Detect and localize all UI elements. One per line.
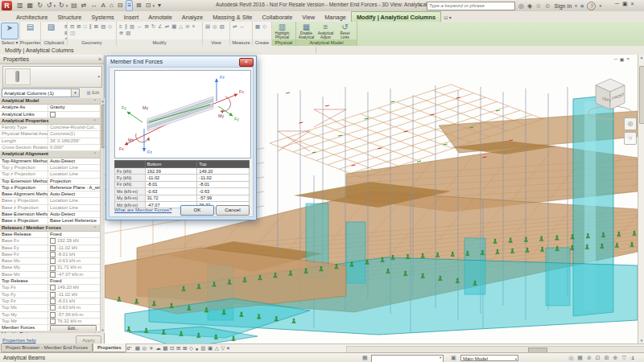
switch-windows-dropdown-icon[interactable]: ▾: [153, 3, 155, 8]
panel-label[interactable]: View: [203, 39, 229, 46]
properties-palette-header[interactable]: Properties ×: [0, 55, 104, 64]
checkbox[interactable]: [50, 319, 56, 324]
force-top-value[interactable]: 149.20: [197, 168, 250, 175]
property-row[interactable]: Top ReleaseFixed: [0, 278, 100, 285]
palette-tab-properties[interactable]: Properties: [93, 343, 126, 352]
property-value[interactable]: 192.39 kN: [48, 238, 100, 244]
what-are-member-forces-link[interactable]: What are Member Forces?: [114, 208, 171, 212]
visual-style-icon[interactable]: ◎: [142, 345, 147, 352]
mirror-icon[interactable]: ▥: [130, 23, 134, 29]
rendering-dialog-icon[interactable]: ▩: [163, 345, 167, 352]
trim-extend-icon[interactable]: ∠: [158, 23, 163, 29]
force-bottom-value[interactable]: -11.02: [145, 175, 197, 181]
property-value[interactable]: Concrete-Round-Col...: [48, 125, 100, 130]
property-row[interactable]: Base Extension MethodAuto-Detect: [0, 212, 100, 218]
type-selector-dropdown[interactable]: Analytical Columns (1) ▾: [2, 88, 80, 97]
panel-label[interactable]: Properties: [20, 39, 40, 46]
force-top-value[interactable]: -57.99: [197, 195, 250, 201]
force-bottom-value[interactable]: -0.63: [145, 188, 197, 195]
section-icon[interactable]: ⊟: [117, 1, 124, 10]
property-row[interactable]: Base ReleaseFixed: [0, 232, 100, 238]
palette-tab-project-browser-member-end-forces[interactable]: Project Browser - Member End Forces: [1, 343, 93, 352]
property-value[interactable]: Edit...: [48, 325, 100, 331]
crop-view-icon[interactable]: ⊡: [170, 345, 175, 352]
property-value[interactable]: -8.01 kN: [48, 252, 100, 257]
panel-label[interactable]: Clipboard: [41, 39, 67, 46]
lock-3d-view-icon[interactable]: ⊠: [183, 345, 188, 352]
property-value[interactable]: Location Line: [48, 171, 100, 177]
property-row[interactable]: Analyze AsGravity: [0, 105, 100, 111]
tab-annotate[interactable]: Annotate: [143, 12, 177, 22]
move-icon[interactable]: ↔: [137, 23, 142, 29]
property-value[interactable]: Location Line: [48, 165, 100, 171]
property-row[interactable]: Member ForcesEdit...: [0, 325, 100, 331]
section-header[interactable]: Releases / Member Forces⌃: [0, 225, 100, 232]
infocenter-chevron-icon[interactable]: ▸: [419, 2, 422, 7]
temporary-view-properties-icon[interactable]: ▣: [208, 345, 213, 352]
property-row[interactable]: Family TypeConcrete-Round-Col...: [0, 125, 100, 131]
properties-button[interactable]: ▤: [21, 23, 39, 39]
section-header[interactable]: Analytical Properties⌃: [0, 118, 100, 125]
ribbon-display-toggle-icon[interactable]: ⊡ ▾: [444, 14, 452, 22]
undo-icon[interactable]: ↺: [46, 1, 53, 10]
checkbox[interactable]: [50, 292, 56, 298]
checkbox[interactable]: [50, 265, 56, 271]
steering-wheel-icon[interactable]: ◎: [624, 117, 637, 130]
property-row[interactable]: Base Fx192.39 kN: [0, 238, 100, 245]
collapse-icon[interactable]: ⌃: [93, 118, 100, 124]
section-header[interactable]: Identity Data⌃: [0, 331, 100, 333]
favorites-icon[interactable]: ☆: [535, 2, 541, 10]
collapse-icon[interactable]: ⌃: [93, 151, 100, 157]
modify-tool-button[interactable]: ➤: [1, 23, 19, 39]
force-top-value[interactable]: -8.01: [197, 181, 250, 187]
split-face-icon[interactable]: ◫: [70, 30, 75, 35]
property-value[interactable]: -47.07 kN-m: [48, 272, 100, 278]
property-value[interactable]: Projection: [48, 179, 100, 184]
force-top-value[interactable]: -11.02: [197, 175, 250, 181]
property-value[interactable]: 36' 0 186/256": [48, 138, 100, 144]
detail-level-icon[interactable]: ▦: [135, 345, 140, 352]
property-row[interactable]: Length36' 0 186/256": [0, 138, 100, 145]
array-icon[interactable]: ▦: [171, 23, 176, 29]
reset-links-button[interactable]: ↺ResetLinks: [336, 23, 354, 39]
checkbox[interactable]: [50, 245, 56, 251]
tab-architecture[interactable]: Architecture: [11, 12, 52, 22]
property-value[interactable]: Auto-Detect: [48, 212, 100, 217]
sign-in-icon[interactable]: ☺: [544, 2, 551, 10]
filter-icon[interactable]: ▽: [621, 355, 625, 361]
search-icon[interactable]: ◎: [518, 2, 524, 10]
worksharing-display-icon[interactable]: ▥: [200, 345, 205, 352]
sun-path-icon[interactable]: ☀: [149, 345, 154, 352]
restore-button[interactable]: ▣: [622, 1, 628, 7]
copy-to-clipboard-icon[interactable]: ⊞: [64, 23, 67, 29]
section-header[interactable]: Analytical Model⌃: [0, 98, 100, 105]
property-row[interactable]: Top x ProjectionReference Plane : A_str: [0, 185, 100, 191]
close-button[interactable]: ×: [631, 1, 634, 7]
property-value[interactable]: -57.99 kN-m: [48, 312, 100, 318]
help-icon[interactable]: ?: [587, 2, 596, 10]
shadows-icon[interactable]: ☁: [155, 345, 161, 352]
scroll-down-icon[interactable]: ▼: [639, 339, 644, 343]
checkbox[interactable]: [50, 305, 56, 311]
print-icon[interactable]: ▤: [70, 1, 78, 10]
property-value[interactable]: -11.02 kN: [48, 245, 100, 251]
member-forces-edit-button[interactable]: Edit...: [50, 325, 97, 331]
property-row[interactable]: Top Extension MethodProjection: [0, 179, 100, 185]
edit-type-button[interactable]: ▦ Edit Type: [82, 88, 104, 97]
drag-on-selection-icon[interactable]: ⊕: [613, 355, 618, 361]
property-value[interactable]: [48, 112, 100, 117]
property-value[interactable]: Concrete(1): [48, 131, 100, 137]
property-row[interactable]: Base Mx-0.63 kN-m: [0, 258, 100, 265]
thin-lines-icon[interactable]: ≡: [126, 0, 133, 11]
tab-collaborate[interactable]: Collaborate: [257, 12, 297, 22]
worksets-icon[interactable]: ▦: [362, 355, 368, 361]
property-row[interactable]: Base z ProjectionLocation Line: [0, 205, 100, 212]
property-row[interactable]: Cross-Section Rotation0.000°: [0, 145, 100, 151]
checkbox[interactable]: [50, 238, 56, 244]
switch-windows-icon[interactable]: ⊡: [145, 1, 152, 10]
property-value[interactable]: -0.63 kN-m: [48, 305, 100, 311]
redo-icon[interactable]: ↻: [58, 1, 65, 10]
split-element-icon[interactable]: ⇄: [165, 23, 169, 29]
copy-icon[interactable]: ⊞: [144, 23, 148, 29]
sync-with-central-icon[interactable]: ↻: [36, 1, 43, 10]
